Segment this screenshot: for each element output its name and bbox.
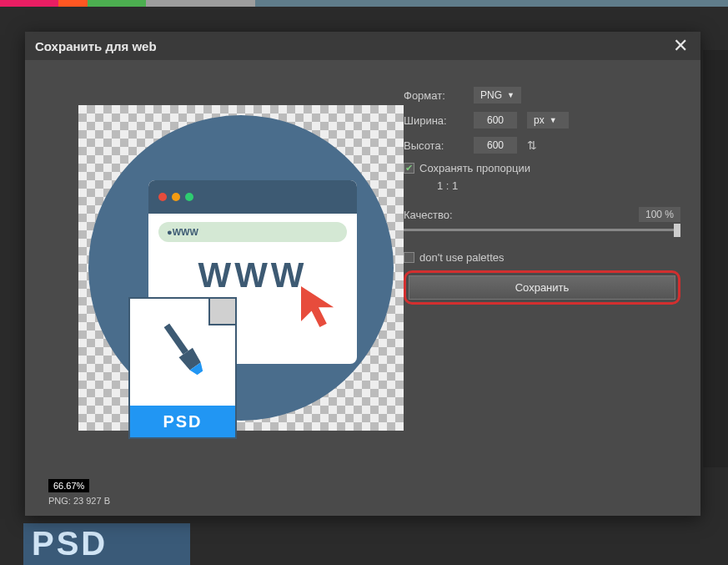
controls-panel: Формат: PNG ▼ Ширина: px ▼ Высота: ⇅ bbox=[404, 80, 680, 431]
keep-proportions-checkbox[interactable]: ✔ bbox=[404, 163, 414, 174]
slider-thumb[interactable] bbox=[674, 224, 680, 237]
dont-use-palettes-checkbox[interactable] bbox=[404, 252, 414, 263]
thumb-psd-text: PSD bbox=[23, 523, 190, 564]
width-unit-select[interactable]: px ▼ bbox=[527, 112, 569, 129]
svg-marker-0 bbox=[301, 286, 334, 327]
width-label: Ширина: bbox=[404, 114, 464, 127]
quality-slider[interactable] bbox=[404, 229, 680, 231]
right-tool-panel bbox=[703, 50, 728, 467]
color-strip bbox=[0, 0, 728, 7]
keep-proportions-row[interactable]: ✔ Сохранять пропорции bbox=[404, 162, 680, 174]
psd-label: PSD bbox=[130, 406, 235, 437]
dialog-titlebar: Сохранить для web ✕ bbox=[25, 32, 700, 60]
chevron-down-icon: ▼ bbox=[550, 116, 557, 124]
window-dot-yellow bbox=[172, 193, 180, 201]
save-button[interactable]: Сохранить bbox=[409, 275, 675, 300]
height-label: Высота: bbox=[404, 139, 464, 152]
swap-dimensions-icon[interactable]: ⇅ bbox=[527, 139, 537, 152]
preview-area: ● WWW WWW PSD bbox=[45, 80, 379, 431]
width-unit: px bbox=[534, 114, 545, 126]
status-bar: 66.67% PNG: 23 927 B bbox=[48, 477, 110, 506]
psd-file-graphic: PSD bbox=[128, 297, 237, 439]
close-icon[interactable]: ✕ bbox=[670, 36, 690, 56]
zoom-level[interactable]: 66.67% bbox=[48, 479, 89, 492]
width-input[interactable] bbox=[474, 112, 517, 129]
window-dot-green bbox=[185, 193, 193, 201]
url-bar: ● WWW bbox=[158, 222, 347, 242]
thumbnail-area: PSD bbox=[23, 523, 190, 565]
chevron-down-icon: ▼ bbox=[507, 91, 515, 99]
format-select[interactable]: PNG ▼ bbox=[474, 87, 521, 103]
psd-fold-corner bbox=[208, 299, 235, 325]
browser-topbar bbox=[148, 180, 357, 214]
window-dot-red bbox=[158, 193, 167, 201]
quality-value: 100 % bbox=[639, 207, 680, 222]
svg-rect-1 bbox=[164, 323, 188, 354]
format-label: Формат: bbox=[404, 89, 464, 102]
save-button-highlight: Сохранить bbox=[404, 270, 680, 305]
keep-proportions-label: Сохранять пропорции bbox=[419, 162, 530, 174]
url-text: WWW bbox=[173, 227, 198, 237]
dont-use-palettes-label: don't use palettes bbox=[419, 251, 505, 264]
aspect-ratio: 1 : 1 bbox=[437, 179, 680, 192]
quality-label: Качество: bbox=[404, 209, 453, 221]
height-input[interactable] bbox=[474, 137, 517, 154]
preview-canvas[interactable]: ● WWW WWW PSD bbox=[78, 105, 404, 431]
file-size-info: PNG: 23 927 B bbox=[48, 496, 110, 506]
format-value: PNG bbox=[480, 89, 502, 101]
psd-paper: PSD bbox=[128, 297, 237, 439]
save-for-web-dialog: Сохранить для web ✕ ● WWW WWW bbox=[25, 32, 700, 516]
dialog-title: Сохранить для web bbox=[35, 39, 157, 53]
dont-use-palettes-row[interactable]: don't use palettes bbox=[404, 251, 680, 264]
